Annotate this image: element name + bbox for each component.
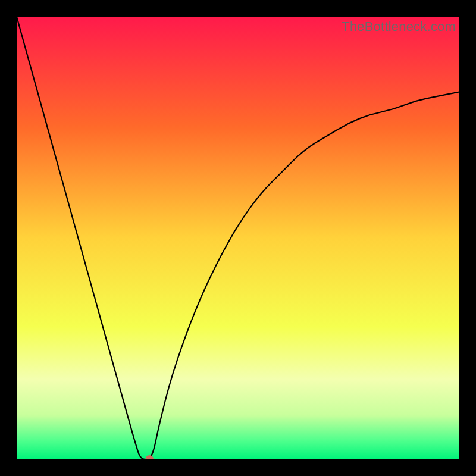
- chart-svg: [17, 17, 459, 459]
- plot-area: TheBottleneck.com: [17, 17, 459, 459]
- chart-frame: TheBottleneck.com: [0, 0, 476, 476]
- gradient-background: [17, 17, 459, 459]
- watermark-text: TheBottleneck.com: [342, 19, 456, 35]
